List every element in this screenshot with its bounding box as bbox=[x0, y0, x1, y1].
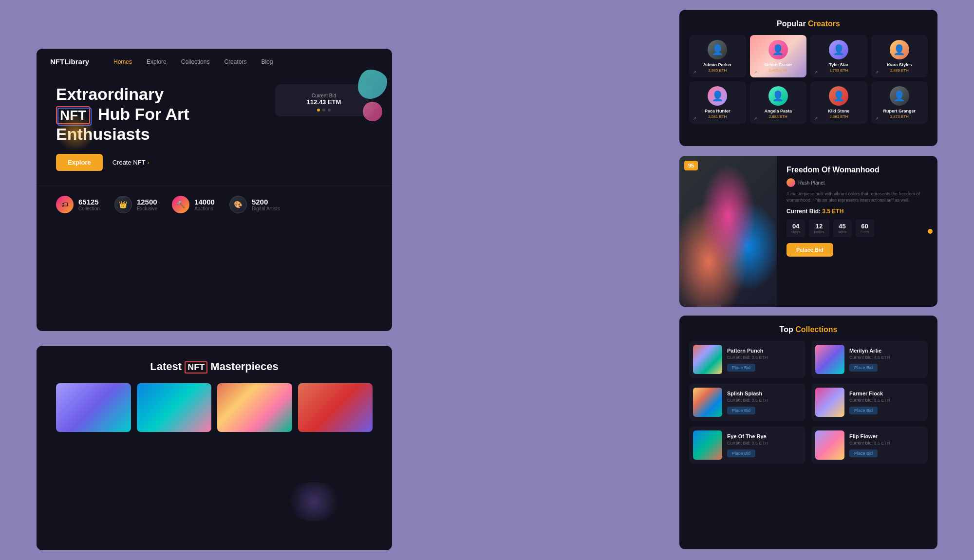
collection-thumb-6 bbox=[815, 430, 844, 460]
countdown-timer: 04 Days 12 Hours 45 Mins 60 Secs bbox=[787, 220, 928, 237]
place-bid-btn-2[interactable]: Place Bid bbox=[849, 364, 878, 372]
creator-card-4[interactable]: Kiara Styles 2,889 ETH ↗ bbox=[871, 35, 928, 77]
nav-homes[interactable]: Homes bbox=[113, 58, 132, 65]
collection-info-6: Flip Flower Current Bid: 3.5 ETH Place B… bbox=[849, 433, 924, 457]
hero-buttons: Explore Create NFT › bbox=[56, 154, 265, 171]
nav-creators[interactable]: Creators bbox=[224, 58, 246, 65]
nav-collections[interactable]: Collections bbox=[181, 58, 210, 65]
timer-hours: 12 Hours bbox=[809, 220, 829, 237]
popular-title-highlight: Creators bbox=[808, 19, 840, 28]
creator-arrow-5: ↗ bbox=[693, 116, 696, 121]
creator-avatar-4 bbox=[890, 40, 909, 59]
stat-text-collection: 65125 Collection bbox=[78, 198, 100, 211]
nav-blog[interactable]: Blog bbox=[261, 58, 273, 65]
creator-card-3[interactable]: Tylie Star 2,703 ETH ↗ bbox=[810, 35, 867, 77]
creator-eth-3: 2,703 ETH bbox=[814, 68, 863, 73]
dot-1 bbox=[317, 109, 320, 112]
collection-thumb-1 bbox=[693, 345, 722, 374]
collection-name-4: Farmer Flock bbox=[849, 391, 924, 396]
collection-thumb-5 bbox=[693, 430, 722, 460]
stat-text-auctions: 14000 Auctions bbox=[194, 198, 215, 211]
collection-bid-6: Current Bid: 3.5 ETH bbox=[849, 441, 924, 446]
collection-name-3: Splish Splash bbox=[727, 391, 802, 396]
collection-item-6: Flip Flower Current Bid: 3.5 ETH Place B… bbox=[811, 427, 928, 464]
stat-artists: 🎨 5200 Digital Artists bbox=[229, 196, 280, 213]
collection-info-4: Farmer Flock Current Bid: 3.5 ETH Place … bbox=[849, 391, 924, 414]
latest-title-end: Masterpieces bbox=[210, 360, 278, 373]
place-bid-btn-4[interactable]: Place Bid bbox=[849, 407, 878, 414]
creator-avatar-5 bbox=[708, 86, 727, 106]
creator-avatar-7 bbox=[829, 86, 848, 106]
place-bid-btn-3[interactable]: Place Bid bbox=[727, 407, 755, 414]
nav-dot bbox=[928, 229, 933, 234]
creator-eth-2: 2,465 ETH bbox=[754, 68, 803, 73]
collection-item-1: Pattern Punch Current Bid: 3.5 ETH Place… bbox=[689, 341, 805, 378]
creator-name-6: Angela Pasta bbox=[754, 109, 803, 113]
creators-grid: Admin Parker 2,985 ETH ↗ Simon Fraser 2,… bbox=[689, 35, 928, 124]
creator-card-8[interactable]: Rupert Granger 2,873 ETH ↗ bbox=[871, 81, 928, 124]
create-nft-button[interactable]: Create NFT › bbox=[112, 159, 150, 166]
art-score: 95 bbox=[684, 161, 698, 170]
collection-info-1: Pattern Punch Current Bid: 3.5 ETH Place… bbox=[727, 348, 802, 372]
creator-arrow-1: ↗ bbox=[693, 70, 696, 75]
latest-section-title: Latest NFT Masterpieces bbox=[56, 360, 373, 373]
stat-value-artists: 5200 bbox=[252, 198, 280, 206]
stats-bar: 🏷 65125 Collection 👑 12500 Exclusive 🔨 1… bbox=[37, 186, 392, 223]
art-creator-avatar bbox=[787, 178, 795, 187]
art-info: Freedom Of Womanhood Rush Planet A maste… bbox=[777, 156, 937, 307]
stat-value-collection: 65125 bbox=[78, 198, 100, 206]
collection-thumb-2 bbox=[815, 345, 844, 374]
hero-card-area: Current Bid 112.43 ETM bbox=[275, 79, 373, 116]
stat-label-exclusive: Exclusive bbox=[137, 206, 157, 211]
creator-card-6[interactable]: Angela Pasta 2,883 ETH ↗ bbox=[750, 81, 807, 124]
collection-name-6: Flip Flower bbox=[849, 433, 924, 439]
art-image bbox=[679, 156, 777, 307]
creator-eth-5: 2,581 ETH bbox=[693, 114, 742, 119]
timer-days-label: Days bbox=[791, 230, 800, 234]
creator-eth-6: 2,883 ETH bbox=[754, 114, 803, 119]
top-collections-panel: Top Collections Pattern Punch Current Bi… bbox=[679, 316, 937, 549]
creator-name-7: Kiki Stone bbox=[814, 109, 863, 113]
art-bid-value: 3.5 ETH bbox=[822, 208, 843, 215]
collections-grid: Pattern Punch Current Bid: 3.5 ETH Place… bbox=[689, 341, 928, 464]
stat-value-auctions: 14000 bbox=[194, 198, 215, 206]
creator-name-4: Kiara Styles bbox=[875, 62, 924, 67]
collection-name-5: Eye Of The Rye bbox=[727, 433, 802, 439]
place-bid-btn-6[interactable]: Place Bid bbox=[849, 449, 878, 457]
timer-mins-val: 45 bbox=[838, 223, 847, 230]
hero-line1: Extraordinary bbox=[56, 85, 164, 103]
creator-card-5[interactable]: Paca Hunter 2,581 ETH ↗ bbox=[689, 81, 746, 124]
left-panel: NFTLibrary Homes Explore Collections Cre… bbox=[37, 49, 392, 331]
creator-card-2[interactable]: Simon Fraser 2,465 ETH ↗ bbox=[750, 35, 807, 77]
nav-explore[interactable]: Explore bbox=[147, 58, 167, 65]
stat-icon-auctions: 🔨 bbox=[172, 196, 189, 213]
art-creator-name: Rush Planet bbox=[798, 180, 824, 186]
art-creator-row: Rush Planet bbox=[787, 178, 928, 187]
creator-card-1[interactable]: Admin Parker 2,985 ETH ↗ bbox=[689, 35, 746, 77]
timer-days-val: 04 bbox=[791, 223, 800, 230]
creator-arrow-6: ↗ bbox=[754, 116, 757, 121]
creator-name-8: Rupert Granger bbox=[875, 109, 924, 113]
stat-exclusive: 👑 12500 Exclusive bbox=[114, 196, 157, 213]
creator-name-2: Simon Fraser bbox=[754, 62, 803, 67]
collection-bid-1: Current Bid: 3.5 ETH bbox=[727, 355, 802, 360]
stat-label-collection: Collection bbox=[78, 206, 100, 211]
creator-avatar-2 bbox=[768, 40, 788, 59]
collection-item-3: Splish Splash Current Bid: 3.5 ETH Place… bbox=[689, 384, 805, 421]
creator-arrow-8: ↗ bbox=[875, 116, 879, 121]
timer-secs-label: Secs bbox=[861, 230, 869, 234]
stat-collection: 🏷 65125 Collection bbox=[56, 196, 100, 213]
logo: NFTLibrary bbox=[50, 57, 89, 66]
explore-button[interactable]: Explore bbox=[56, 154, 103, 171]
palace-bid-button[interactable]: Palace Bid bbox=[787, 243, 833, 257]
stat-value-exclusive: 12500 bbox=[137, 198, 157, 206]
creator-card-7[interactable]: Kiki Stone 2,681 ETH ↗ bbox=[810, 81, 867, 124]
collection-bid-2: Current Bid: 4.5 ETH bbox=[849, 355, 924, 360]
nft-thumb-2 bbox=[137, 383, 212, 432]
stat-auctions: 🔨 14000 Auctions bbox=[172, 196, 215, 213]
place-bid-btn-1[interactable]: Place Bid bbox=[727, 364, 755, 372]
collection-bid-3: Current Bid: 3.5 ETH bbox=[727, 398, 802, 403]
place-bid-btn-5[interactable]: Place Bid bbox=[727, 449, 755, 457]
creator-arrow-7: ↗ bbox=[814, 116, 818, 121]
dot-3 bbox=[328, 109, 331, 112]
